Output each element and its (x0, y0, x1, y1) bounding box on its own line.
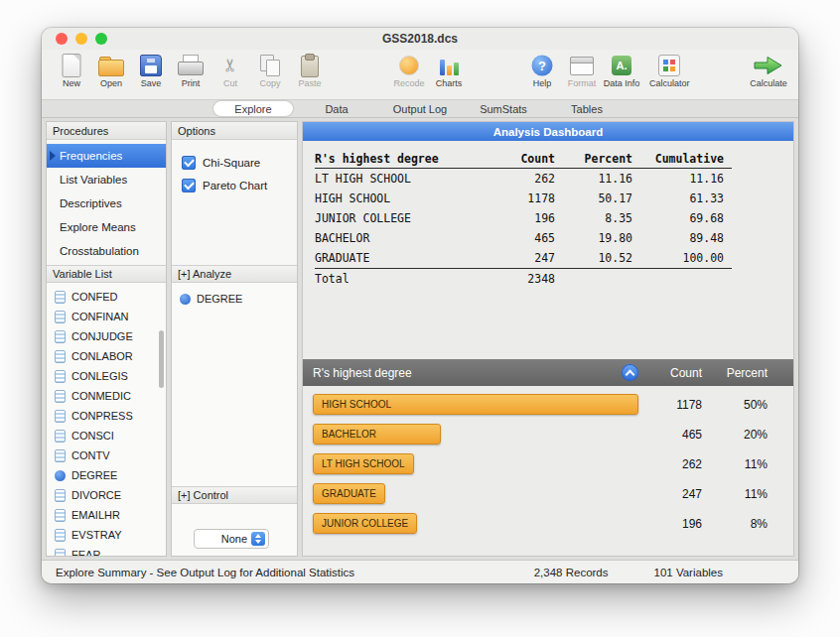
analysis-dashboard-panel: Analysis Dashboard R's highest degree Co… (302, 121, 794, 557)
variable-item[interactable]: CONLABOR (47, 346, 166, 366)
chi-square-checkbox[interactable] (182, 156, 196, 170)
desktop: GSS2018.dcs New Open Save Print Cut (0, 0, 840, 637)
variable-item[interactable]: CONSCI (47, 426, 166, 446)
control-drop-zone[interactable]: None (172, 504, 297, 556)
variable-item[interactable]: CONTV (47, 446, 166, 465)
analyze-drop-zone[interactable]: DEGREE (172, 283, 297, 486)
cell-cumulative: 61.33 (632, 191, 724, 205)
tab-tables[interactable]: Tables (547, 101, 627, 116)
toolbar-paste-button[interactable]: Paste (290, 53, 330, 88)
table-row: JUNIOR COLLEGE 196 8.35 69.68 (315, 208, 732, 228)
charts-icon (432, 53, 466, 78)
pareto-bar[interactable]: BACHELOR (313, 424, 441, 445)
variable-name: CONFINAN (71, 311, 128, 322)
toolbar-data-info-button[interactable]: Data Info (602, 53, 641, 88)
toolbar-charts-button[interactable]: Charts (429, 53, 469, 88)
toolbar-format-button[interactable]: Format (562, 53, 602, 88)
cell-percent: 19.80 (555, 231, 632, 245)
pareto-chart-checkbox[interactable] (182, 179, 196, 192)
minimize-window-button[interactable] (75, 33, 87, 45)
variable-item[interactable]: CONPRESS (47, 406, 166, 426)
close-window-button[interactable] (56, 33, 68, 45)
sort-chevron-up-button[interactable] (622, 364, 638, 381)
variable-item[interactable]: CONMEDIC (47, 386, 166, 406)
analyze-variable-degree[interactable]: DEGREE (172, 289, 297, 309)
toolbar-label: Paste (298, 78, 321, 88)
variable-item[interactable]: DIVORCE (47, 485, 166, 505)
cell-cumulative: 89.48 (632, 231, 724, 245)
cell-cumulative: 100.00 (632, 251, 724, 265)
variable-striped-list-icon (55, 370, 66, 383)
tab-sumstats[interactable]: SumStats (464, 101, 543, 116)
frequency-table-header-row: R's highest degree Count Percent Cumulat… (315, 149, 732, 169)
copy-icon (253, 53, 287, 78)
toolbar-calculator-button[interactable]: Calculator (649, 53, 690, 88)
pareto-bar[interactable]: JUNIOR COLLEGE (313, 513, 417, 534)
procedure-item-crosstabulation[interactable]: Crosstabulation (47, 239, 166, 263)
pareto-bar[interactable]: LT HIGH SCHOOL (313, 453, 414, 474)
toolbar-save-button[interactable]: Save (131, 53, 171, 88)
status-bar: Explore Summary - See Output Log for Add… (42, 560, 798, 583)
bar-track: LT HIGH SCHOOL (313, 453, 638, 474)
variable-item[interactable]: FEAR (47, 545, 166, 556)
control-header: [+] Control (172, 486, 297, 504)
analysis-dashboard-header: Analysis Dashboard (303, 122, 793, 141)
chi-square-option[interactable]: Chi-Square (182, 156, 297, 170)
toolbar-label: Calculator (649, 78, 690, 88)
toolbar-new-button[interactable]: New (52, 53, 91, 88)
variable-list-scrollbar[interactable] (159, 330, 164, 388)
tab-data[interactable]: Data (297, 101, 376, 116)
control-dropdown[interactable]: None (194, 529, 269, 549)
zoom-window-button[interactable] (95, 33, 107, 45)
dropdown-stepper-icon[interactable] (251, 532, 265, 546)
variable-item-degree[interactable]: DEGREE (47, 465, 166, 485)
procedures-list: Frequencies List Variables Descriptives … (47, 140, 166, 265)
pareto-bar[interactable]: HIGH SCHOOL (313, 394, 638, 415)
options-body: Chi-Square Pareto Chart (172, 140, 297, 265)
tab-output-log[interactable]: Output Log (380, 101, 460, 116)
variable-item[interactable]: EMAILHR (47, 505, 166, 525)
variable-item[interactable]: CONFINAN (47, 307, 166, 326)
tab-explore[interactable]: Explore (213, 101, 293, 116)
calculate-arrow-icon (752, 53, 785, 78)
procedure-item-explore-means[interactable]: Explore Means (47, 215, 166, 239)
window-title: GSS2018.dcs (42, 32, 798, 46)
toolbar-print-button[interactable]: Print (171, 53, 210, 88)
toolbar-label: Print (182, 78, 201, 88)
variable-name: FEAR (71, 549, 100, 556)
pareto-bar[interactable]: GRADUATE (313, 483, 385, 504)
chi-square-label: Chi-Square (203, 157, 260, 169)
table-row: HIGH SCHOOL 1178 50.17 61.33 (315, 189, 732, 208)
toolbar-calculate-button[interactable]: Calculate (749, 53, 788, 88)
toolbar-open-button[interactable]: Open (91, 53, 131, 88)
pareto-chart: R's highest degree Count Percent HIGH SC… (303, 359, 793, 543)
variable-item[interactable]: CONFED (47, 287, 166, 307)
cut-icon (213, 53, 247, 78)
cell-category: LT HIGH SCHOOL (315, 172, 476, 186)
toolbar-recode-button[interactable]: Recode (389, 53, 429, 88)
toolbar-cut-button[interactable]: Cut (210, 53, 250, 88)
cell-count: 1178 (476, 191, 555, 205)
variable-item[interactable]: CONJUDGE (47, 326, 166, 346)
toolbar-label: Charts (436, 78, 463, 88)
variable-list: CONFED CONFINAN CONJUDGE CONLABOR CONLEG… (47, 283, 166, 556)
variable-name: CONTV (71, 449, 110, 461)
variable-striped-list-icon (55, 509, 66, 522)
title-bar: GSS2018.dcs (42, 28, 798, 50)
table-total-row: Total 2348 (315, 268, 732, 288)
variable-item[interactable]: CONLEGIS (47, 366, 166, 386)
variable-item[interactable]: EVSTRAY (47, 525, 166, 545)
cell-count: 247 (476, 251, 555, 265)
procedure-item-descriptives[interactable]: Descriptives (47, 191, 166, 215)
variable-name: DIVORCE (71, 489, 121, 501)
cell-cumulative: 11.16 (632, 172, 724, 186)
bar-percent: 8% (710, 517, 768, 531)
app-window: GSS2018.dcs New Open Save Print Cut (42, 28, 798, 583)
bar-count: 247 (646, 487, 702, 501)
toolbar-help-button[interactable]: Help (522, 53, 562, 88)
toolbar-copy-button[interactable]: Copy (250, 53, 290, 88)
variable-blue-dot-icon (180, 294, 191, 305)
procedure-item-frequencies[interactable]: Frequencies (47, 144, 166, 168)
procedure-item-list-variables[interactable]: List Variables (47, 168, 166, 191)
pareto-chart-option[interactable]: Pareto Chart (182, 179, 297, 192)
